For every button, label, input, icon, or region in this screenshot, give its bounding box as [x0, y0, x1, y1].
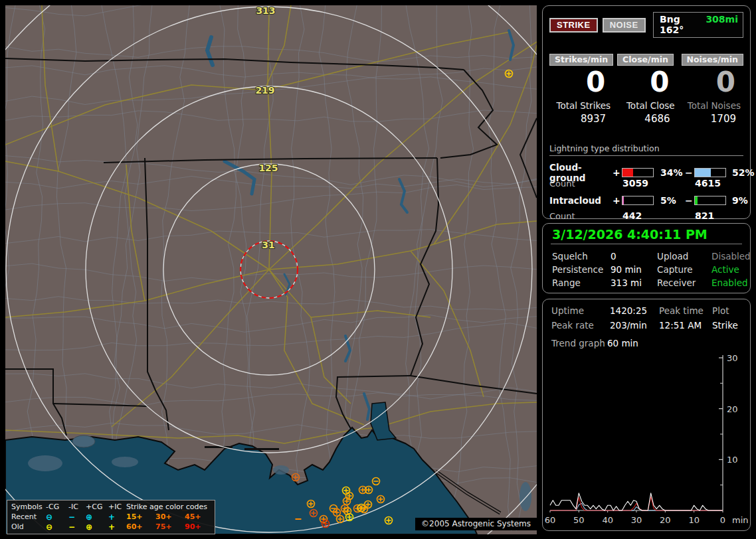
sidebar: STRIKE NOISE Bng 162° 308mi Strikes/min … [542, 5, 751, 531]
trend-graph-row: Trend graph 60 min [549, 337, 745, 349]
nexstorm-app: 31125219313 Symbols -CG -IC +CG +IC Stri… [0, 0, 756, 539]
persistence-value: 90 min [611, 263, 657, 276]
recent-pcg-icon: ⊕ [86, 512, 108, 522]
svg-text:20: 20 [660, 515, 671, 525]
old-pcg-icon: ⊕ [86, 522, 108, 532]
capture-value: Active [711, 263, 751, 276]
strikes-per-min-button[interactable]: Strikes/min [549, 54, 613, 66]
strikes-counter: Strikes/min 0 Total Strikes 8937 [549, 52, 613, 125]
peak-rate-value: 203/min [610, 318, 659, 333]
svg-text:20: 20 [727, 404, 738, 414]
receiver-value: Enabled [711, 276, 751, 289]
status-grid: Squelch 0 Upload Disabled Persistence 90… [551, 250, 742, 289]
cg-negative-count: 4615 [694, 178, 756, 189]
persistence-label: Persistence [552, 263, 611, 276]
legend-old-label: Old [11, 522, 46, 532]
svg-text:40: 40 [602, 515, 613, 525]
trend-graph: 1020306050403020100min [549, 351, 745, 528]
intracloud-label: Intracloud [549, 195, 613, 206]
intracloud-counts: Count 442 821 [549, 210, 743, 221]
trend-panel: Uptime 1420:25 Peak time Plot Peak rate … [542, 299, 751, 531]
old-nic-icon: − [68, 522, 86, 532]
age-15: 15+ [126, 512, 155, 522]
recent-pic-icon: + [108, 512, 126, 522]
distribution-title: Lightning type distribution [549, 143, 743, 156]
total-close-label: Total Close [617, 100, 677, 111]
svg-text:219: 219 [255, 85, 274, 96]
cg-positive-count: 3059 [622, 178, 685, 189]
minus-sign: − [685, 195, 694, 206]
cg-negative-bar [694, 168, 726, 177]
close-rate: 0 [617, 67, 677, 98]
legend-col-nic: -IC [68, 502, 86, 512]
receiver-label: Receiver [657, 276, 711, 289]
age-45: 45+ [185, 512, 211, 522]
svg-text:60: 60 [545, 515, 556, 525]
legend-col-pcg: +CG [86, 502, 108, 512]
strikes-rate: 0 [549, 67, 613, 98]
ic-negative-count: 821 [694, 210, 756, 221]
svg-text:30: 30 [631, 515, 642, 525]
trend-graph-label: Trend graph [551, 337, 607, 349]
svg-text:125: 125 [258, 163, 278, 173]
legend-col-ncg: -CG [46, 502, 68, 512]
close-counter: Close/min 0 Total Close 4686 [617, 52, 677, 125]
squelch-value: 0 [611, 250, 657, 263]
upload-label: Upload [657, 250, 711, 263]
age-90: 90+ [185, 522, 211, 532]
total-strikes-label: Total Strikes [549, 100, 613, 111]
ic-negative-pct: 9% [729, 195, 755, 206]
peak-rate-label: Peak rate [551, 318, 610, 333]
peak-time-value: 12:51 AM [659, 318, 712, 333]
count-label: Count [549, 211, 613, 221]
peak-time-label: Peak time [659, 303, 712, 318]
close-per-min-button[interactable]: Close/min [617, 54, 674, 66]
strike-mode-button[interactable]: STRIKE [549, 18, 598, 33]
recent-nic-icon: − [68, 512, 86, 522]
minus-sign: − [685, 167, 694, 178]
plus-sign: + [613, 167, 622, 178]
svg-text:10: 10 [727, 455, 738, 465]
cloud-ground-row: Cloud-ground + 34% − 52% [549, 162, 743, 173]
session-grid: Uptime 1420:25 Peak time Plot Peak rate … [549, 303, 745, 333]
ic-positive-pct: 5% [657, 195, 685, 206]
ic-positive-count: 442 [622, 210, 685, 221]
legend-recent-label: Recent [11, 512, 46, 522]
age-75: 75+ [155, 522, 185, 532]
map-legend: Symbols -CG -IC +CG +IC Strike age color… [7, 500, 215, 534]
counters-panel: STRIKE NOISE Bng 162° 308mi Strikes/min … [542, 5, 751, 219]
recent-ncg-icon: ⊖ [46, 512, 68, 522]
bearing-distance: 308mi [706, 14, 738, 35]
intracloud-row: Intracloud + 5% − 9% [549, 194, 743, 206]
legend-age-header: Strike age color codes [126, 502, 211, 512]
range-value: 313 mi [611, 276, 657, 289]
upload-value: Disabled [711, 250, 751, 263]
plot-label: Plot [712, 303, 745, 318]
svg-text:50: 50 [573, 515, 585, 525]
cloud-ground-counts: Count 3059 4615 [549, 178, 743, 189]
noises-per-min-button[interactable]: Noises/min [682, 54, 743, 66]
total-close-value: 4686 [617, 113, 677, 125]
svg-text:30: 30 [727, 353, 738, 363]
uptime-value: 1420:25 [610, 303, 659, 318]
trend-window-value: 60 min [607, 337, 638, 349]
range-label: Range [552, 276, 611, 289]
status-panel: 3/12/2026 4:40:11 PM Squelch 0 Upload Di… [542, 223, 751, 293]
squelch-label: Squelch [552, 250, 611, 263]
bearing-value: Bng 162° [660, 14, 706, 35]
age-60: 60+ [126, 522, 155, 532]
bearing-readout: Bng 162° 308mi [653, 12, 743, 38]
svg-text:0: 0 [720, 515, 725, 525]
total-strikes-value: 8937 [549, 113, 613, 125]
svg-text:min: min [732, 515, 749, 525]
lightning-map[interactable]: 31125219313 Symbols -CG -IC +CG +IC Stri… [5, 5, 537, 534]
svg-text:31: 31 [262, 240, 274, 250]
total-noises-label: Total Noises [682, 100, 743, 111]
datetime-display: 3/12/2026 4:40:11 PM [551, 227, 742, 244]
total-noises-value: 1709 [682, 113, 743, 125]
age-30: 30+ [155, 512, 185, 522]
noise-mode-button[interactable]: NOISE [603, 18, 646, 33]
copyright-label: ©2005 Astrogenic Systems [415, 518, 537, 530]
plot-value: Strike [712, 318, 745, 333]
uptime-label: Uptime [551, 303, 610, 318]
